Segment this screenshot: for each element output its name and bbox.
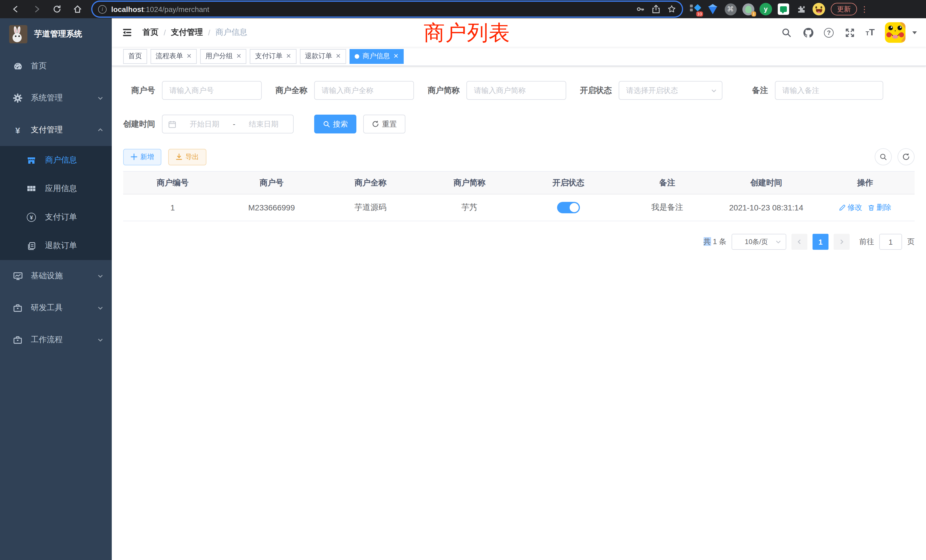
add-button[interactable]: 新增 [123, 148, 161, 165]
site-info-icon[interactable]: i [98, 5, 107, 14]
sidebar-collapse-icon[interactable] [121, 26, 133, 39]
extension-chat-icon[interactable] [777, 3, 790, 15]
help-icon[interactable]: ? [824, 28, 834, 37]
download-icon [176, 153, 183, 160]
cell-merchant-no: M233666999 [222, 203, 321, 212]
sidebar-item-refund-order[interactable]: 退款订单 [0, 232, 112, 260]
extensions-bar: 10 ⌘ 1 y [689, 3, 825, 15]
status-select[interactable]: 请选择开启状态 [619, 81, 722, 100]
annotation-title: 商户列表 [424, 19, 510, 47]
tab-process-form[interactable]: 流程表单✕ [151, 49, 197, 64]
edit-link[interactable]: 修改 [839, 203, 862, 213]
extension-profile-icon[interactable]: 1 [742, 3, 754, 15]
sidebar-item-payment[interactable]: ¥ 支付管理 [0, 114, 112, 146]
column-header: 商户编号 [123, 178, 222, 188]
sidebar-item-dev-tools[interactable]: 研发工具 [0, 292, 112, 324]
sidebar-item-system[interactable]: 系统管理 [0, 82, 112, 114]
url-host: localhost [111, 5, 144, 14]
delete-link[interactable]: 删除 [868, 203, 891, 213]
logo-rabbit-image [9, 25, 27, 43]
address-bar[interactable]: i localhost:1024/pay/merchant [92, 2, 682, 17]
refresh-icon [372, 120, 379, 128]
sidebar-item-infrastructure[interactable]: 基础设施 [0, 260, 112, 292]
extension-grid-icon[interactable]: 10 [689, 3, 701, 15]
next-page-button[interactable] [834, 234, 850, 250]
shop-icon [26, 155, 36, 165]
date-range-picker[interactable]: 开始日期 - 结束日期 [162, 115, 294, 133]
search-icon[interactable] [781, 27, 792, 38]
prev-page-button[interactable] [791, 234, 807, 250]
status-toggle[interactable] [557, 202, 580, 213]
tab-refund-order[interactable]: 退款订单✕ [300, 49, 346, 64]
password-key-icon[interactable] [636, 5, 645, 14]
table-row: 1 M233666999 芋道源码 芋艿 我是备注 2021-10-23 08:… [123, 194, 915, 221]
sidebar-submenu-payment: 商户信息 应用信息 ¥ 支付订单 退款订单 [0, 146, 112, 260]
extensions-puzzle-icon[interactable] [795, 3, 807, 15]
pagination: 共 1 条 10条/页 1 前往 页 [123, 234, 915, 250]
page-size-select[interactable]: 10条/页 [732, 234, 786, 250]
search-button[interactable]: 搜索 [314, 115, 356, 133]
close-icon[interactable]: ✕ [393, 53, 399, 59]
browser-forward-icon[interactable] [30, 2, 43, 16]
browser-home-icon[interactable] [71, 2, 85, 16]
tab-user-group[interactable]: 用户分组✕ [200, 49, 246, 64]
button-label: 搜索 [333, 119, 348, 129]
avatar-caret-icon[interactable] [912, 31, 917, 34]
sidebar-item-pay-order[interactable]: ¥ 支付订单 [0, 203, 112, 232]
sidebar-item-home[interactable]: 首页 [0, 50, 112, 82]
close-icon[interactable]: ✕ [336, 53, 341, 59]
navbar-actions: ? TT [781, 22, 917, 43]
tab-home[interactable]: 首页 [123, 49, 147, 64]
date-end-placeholder: 结束日期 [240, 119, 287, 129]
tab-merchant-info[interactable]: 商户信息✕ [350, 49, 404, 64]
close-icon[interactable]: ✕ [236, 53, 241, 59]
sidebar-item-app-info[interactable]: 应用信息 [0, 174, 112, 203]
font-size-icon[interactable]: TT [865, 27, 875, 38]
breadcrumb-home[interactable]: 首页 [142, 27, 159, 38]
tab-pay-order[interactable]: 支付订单✕ [250, 49, 296, 64]
chevron-down-icon [97, 95, 104, 101]
sidebar-item-label: 应用信息 [45, 184, 77, 194]
column-header: 商户号 [222, 178, 321, 188]
app-logo[interactable]: 芋道管理系统 [0, 18, 112, 50]
close-icon[interactable]: ✕ [186, 53, 192, 59]
merchant-no-input[interactable] [162, 81, 262, 100]
refresh-table-button[interactable] [897, 148, 915, 165]
tab-label: 流程表单 [156, 51, 183, 61]
remark-input[interactable] [775, 81, 883, 100]
extension-gem-icon[interactable] [707, 3, 719, 15]
sidebar-item-merchant-info[interactable]: 商户信息 [0, 146, 112, 174]
full-name-input[interactable] [314, 81, 414, 100]
browser-profile-avatar[interactable] [813, 3, 825, 15]
bookmark-star-icon[interactable] [667, 5, 676, 14]
column-header: 操作 [816, 178, 915, 188]
toggle-search-button[interactable] [875, 148, 892, 165]
extension-command-icon[interactable]: ⌘ [724, 3, 737, 15]
extension-y-icon[interactable]: y [760, 3, 772, 15]
browser-update-button[interactable]: 更新 [831, 3, 857, 15]
reset-button[interactable]: 重置 [363, 115, 406, 133]
cell-remark: 我是备注 [618, 203, 717, 213]
filter-create-time: 创建时间 开始日期 - 结束日期 [123, 115, 294, 133]
sidebar-item-workflow[interactable]: 工作流程 [0, 324, 112, 356]
link-label: 修改 [847, 203, 862, 213]
close-icon[interactable]: ✕ [286, 53, 291, 59]
breadcrumb-payment[interactable]: 支付管理 [171, 27, 203, 38]
browser-reload-icon[interactable] [50, 2, 64, 16]
github-icon[interactable] [802, 27, 814, 38]
browser-menu-icon[interactable]: ⋮ [861, 6, 869, 12]
fullscreen-icon[interactable] [844, 27, 855, 38]
user-avatar[interactable] [885, 22, 905, 43]
short-name-input[interactable] [466, 81, 566, 100]
goto-page-input[interactable] [879, 234, 902, 250]
filter-row-1: 商户号 商户全称 商户简称 开启状态 请选择开启状态 [123, 81, 915, 100]
cell-actions: 修改 删除 [816, 203, 915, 213]
export-button[interactable]: 导出 [168, 148, 206, 165]
share-icon[interactable] [652, 5, 660, 14]
browser-back-icon[interactable] [9, 2, 23, 16]
button-label: 导出 [185, 152, 199, 162]
tags-view-bar: 首页 流程表单✕ 用户分组✕ 支付订单✕ 退款订单✕ 商户信息✕ [112, 47, 926, 66]
page-number-button[interactable]: 1 [813, 234, 829, 250]
cell-full-name: 芋道源码 [321, 203, 420, 213]
sidebar-item-label: 首页 [31, 61, 104, 71]
